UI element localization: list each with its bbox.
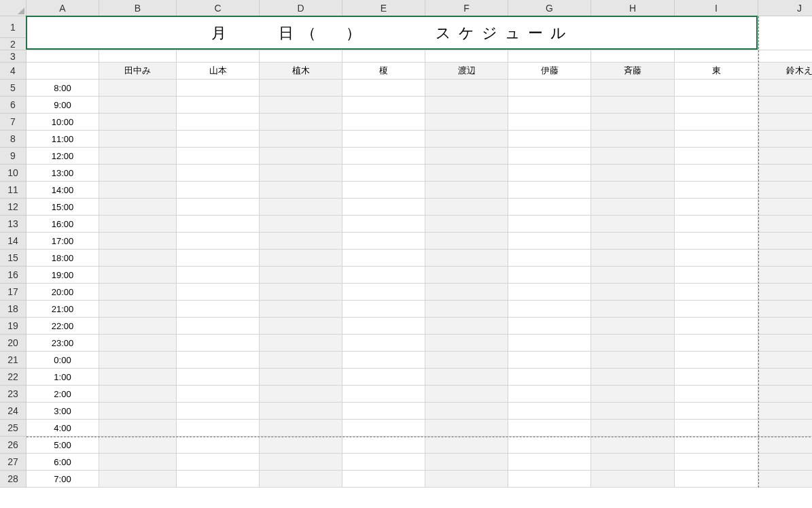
cell-E21[interactable] xyxy=(342,352,425,369)
cell-C4[interactable]: 山本 xyxy=(177,63,260,80)
column-header-F[interactable]: F xyxy=(425,0,508,16)
cell-J16[interactable] xyxy=(758,267,812,284)
cell-G27[interactable] xyxy=(508,454,591,471)
cell-I16[interactable] xyxy=(675,267,758,284)
row-header-9[interactable]: 9 xyxy=(0,148,27,165)
cell-F18[interactable] xyxy=(425,301,508,318)
title-cell[interactable]: 月 日（ ） スケジュール xyxy=(27,16,758,50)
cell-D12[interactable] xyxy=(260,199,342,216)
column-header-E[interactable]: E xyxy=(342,0,425,16)
cell-I26[interactable] xyxy=(675,437,758,454)
cell-F22[interactable] xyxy=(425,369,508,386)
cell-J6[interactable] xyxy=(758,97,812,114)
cell-H26[interactable] xyxy=(591,437,675,454)
cell-D22[interactable] xyxy=(260,369,342,386)
cell-A7[interactable]: 10:00 xyxy=(27,114,99,131)
cell-E28[interactable] xyxy=(342,471,425,488)
cell-I18[interactable] xyxy=(675,301,758,318)
cell-B24[interactable] xyxy=(99,403,177,420)
cell-B3[interactable] xyxy=(99,50,177,63)
cell-J8[interactable] xyxy=(758,131,812,148)
cell-E3[interactable] xyxy=(342,50,425,63)
cell-G17[interactable] xyxy=(508,284,591,301)
cell-A21[interactable]: 0:00 xyxy=(27,352,99,369)
cell-H8[interactable] xyxy=(591,131,675,148)
cell-A18[interactable]: 21:00 xyxy=(27,301,99,318)
cell-H4[interactable]: 斉藤 xyxy=(591,63,675,80)
cell-G6[interactable] xyxy=(508,97,591,114)
cell-F5[interactable] xyxy=(425,80,508,97)
row-header-6[interactable]: 6 xyxy=(0,97,27,114)
cell-J1[interactable] xyxy=(758,16,812,50)
row-header-14[interactable]: 14 xyxy=(0,233,27,250)
cell-C9[interactable] xyxy=(177,148,260,165)
cell-J18[interactable] xyxy=(758,301,812,318)
cell-F17[interactable] xyxy=(425,284,508,301)
cell-H10[interactable] xyxy=(591,165,675,182)
cell-A15[interactable]: 18:00 xyxy=(27,250,99,267)
cell-E7[interactable] xyxy=(342,114,425,131)
cell-I5[interactable] xyxy=(675,80,758,97)
cell-G11[interactable] xyxy=(508,182,591,199)
cell-I19[interactable] xyxy=(675,318,758,335)
cell-I10[interactable] xyxy=(675,165,758,182)
cell-F15[interactable] xyxy=(425,250,508,267)
cell-F6[interactable] xyxy=(425,97,508,114)
cell-C11[interactable] xyxy=(177,182,260,199)
row-header-25[interactable]: 25 xyxy=(0,420,27,437)
cell-E26[interactable] xyxy=(342,437,425,454)
cell-G14[interactable] xyxy=(508,233,591,250)
row-header-3[interactable]: 3 xyxy=(0,50,27,63)
cell-B8[interactable] xyxy=(99,131,177,148)
cell-H23[interactable] xyxy=(591,386,675,403)
cell-D25[interactable] xyxy=(260,420,342,437)
cell-J13[interactable] xyxy=(758,216,812,233)
cell-C13[interactable] xyxy=(177,216,260,233)
cell-H7[interactable] xyxy=(591,114,675,131)
cell-H24[interactable] xyxy=(591,403,675,420)
row-header-10[interactable]: 10 xyxy=(0,165,27,182)
cell-A9[interactable]: 12:00 xyxy=(27,148,99,165)
cell-D28[interactable] xyxy=(260,471,342,488)
cell-E5[interactable] xyxy=(342,80,425,97)
row-header-2[interactable]: 2 xyxy=(0,38,27,50)
cell-A22[interactable]: 1:00 xyxy=(27,369,99,386)
cell-I27[interactable] xyxy=(675,454,758,471)
cell-A8[interactable]: 11:00 xyxy=(27,131,99,148)
cell-I25[interactable] xyxy=(675,420,758,437)
cell-F8[interactable] xyxy=(425,131,508,148)
row-header-1[interactable]: 1 xyxy=(0,16,27,38)
cell-G25[interactable] xyxy=(508,420,591,437)
cell-C21[interactable] xyxy=(177,352,260,369)
cell-I22[interactable] xyxy=(675,369,758,386)
cell-H19[interactable] xyxy=(591,318,675,335)
cell-C25[interactable] xyxy=(177,420,260,437)
cell-G9[interactable] xyxy=(508,148,591,165)
cell-D9[interactable] xyxy=(260,148,342,165)
cell-H11[interactable] xyxy=(591,182,675,199)
cell-F16[interactable] xyxy=(425,267,508,284)
cell-I7[interactable] xyxy=(675,114,758,131)
row-header-11[interactable]: 11 xyxy=(0,182,27,199)
cell-J14[interactable] xyxy=(758,233,812,250)
cell-D21[interactable] xyxy=(260,352,342,369)
cell-A3[interactable] xyxy=(27,50,99,63)
cell-B15[interactable] xyxy=(99,250,177,267)
cell-B22[interactable] xyxy=(99,369,177,386)
cell-B18[interactable] xyxy=(99,301,177,318)
cell-B26[interactable] xyxy=(99,437,177,454)
cell-D14[interactable] xyxy=(260,233,342,250)
cell-B5[interactable] xyxy=(99,80,177,97)
cell-I13[interactable] xyxy=(675,216,758,233)
cell-B10[interactable] xyxy=(99,165,177,182)
cell-H20[interactable] xyxy=(591,335,675,352)
cell-E18[interactable] xyxy=(342,301,425,318)
cell-I11[interactable] xyxy=(675,182,758,199)
column-header-G[interactable]: G xyxy=(508,0,591,16)
cell-J24[interactable] xyxy=(758,403,812,420)
cell-C23[interactable] xyxy=(177,386,260,403)
cell-B21[interactable] xyxy=(99,352,177,369)
cell-D5[interactable] xyxy=(260,80,342,97)
row-header-23[interactable]: 23 xyxy=(0,386,27,403)
cell-E25[interactable] xyxy=(342,420,425,437)
